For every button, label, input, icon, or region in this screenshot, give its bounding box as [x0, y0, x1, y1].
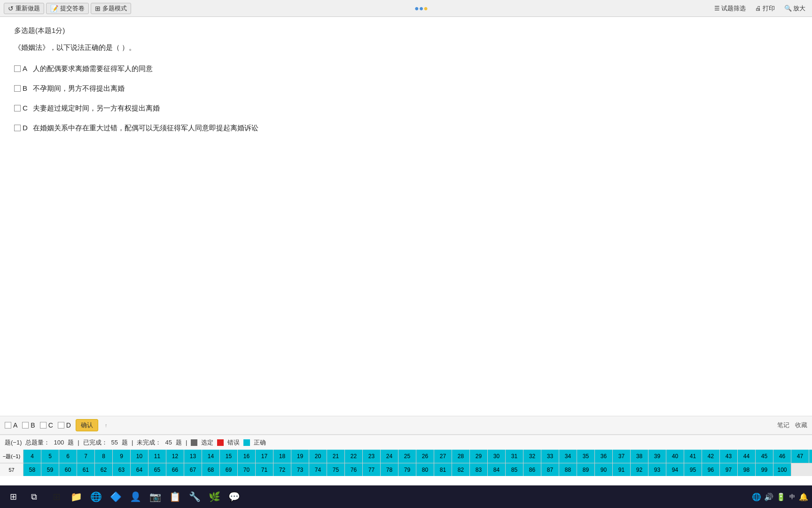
- nav-num2-88[interactable]: 88: [559, 463, 577, 476]
- nav-num-37[interactable]: 37: [613, 450, 631, 463]
- nav-num-46[interactable]: 46: [773, 450, 791, 463]
- nav-num-34[interactable]: 34: [559, 450, 577, 463]
- nav-num-33[interactable]: 33: [541, 450, 559, 463]
- nav-num2-99[interactable]: 99: [756, 463, 773, 476]
- nav-num-44[interactable]: 44: [738, 450, 756, 463]
- nav-num2-78[interactable]: 78: [381, 463, 398, 476]
- nav-num2-69[interactable]: 69: [220, 463, 238, 476]
- nav-num2-67[interactable]: 67: [184, 463, 202, 476]
- nav-num-28[interactable]: 28: [452, 450, 470, 463]
- nav-num-43[interactable]: 43: [720, 450, 738, 463]
- nav-num2-73[interactable]: 73: [291, 463, 309, 476]
- nav-num-14[interactable]: 14: [202, 450, 220, 463]
- nav-num-22[interactable]: 22: [345, 450, 363, 463]
- nav-num-11[interactable]: 11: [148, 450, 166, 463]
- nav-num2-71[interactable]: 71: [256, 463, 273, 476]
- option-a[interactable]: A 人的配偶要求离婚需要征得军人的同意: [14, 63, 798, 74]
- nav-num2-65[interactable]: 65: [148, 463, 166, 476]
- taskbar-app-1[interactable]: 📁: [67, 488, 86, 505]
- nav-num-6[interactable]: 6: [59, 450, 77, 463]
- answer-checkbox-a[interactable]: [5, 422, 11, 429]
- nav-num2-87[interactable]: 87: [541, 463, 559, 476]
- taskbar-app-8[interactable]: 🌿: [205, 488, 224, 505]
- nav-num-39[interactable]: 39: [648, 450, 666, 463]
- nav-num-40[interactable]: 40: [666, 450, 684, 463]
- nav-num-16[interactable]: 16: [238, 450, 256, 463]
- nav-num-48[interactable]: 48: [809, 450, 812, 463]
- nav-num2-63[interactable]: 63: [113, 463, 131, 476]
- answer-checkbox-c[interactable]: [40, 422, 47, 429]
- nav-num-32[interactable]: 32: [523, 450, 541, 463]
- nav-num2-93[interactable]: 93: [648, 463, 666, 476]
- nav-num2-83[interactable]: 83: [470, 463, 488, 476]
- nav-num-12[interactable]: 12: [166, 450, 184, 463]
- nav-num-19[interactable]: 19: [291, 450, 309, 463]
- nav-num-45[interactable]: 45: [756, 450, 773, 463]
- nav-num-29[interactable]: 29: [470, 450, 488, 463]
- taskbar-app-0[interactable]: ⊞: [47, 488, 66, 505]
- nav-num2-64[interactable]: 64: [131, 463, 148, 476]
- nav-num2-66[interactable]: 66: [166, 463, 184, 476]
- checkbox-a[interactable]: [14, 65, 21, 72]
- nav-num2-98[interactable]: 98: [738, 463, 756, 476]
- nav-num-31[interactable]: 31: [506, 450, 523, 463]
- checkbox-b[interactable]: [14, 85, 21, 92]
- nav-num2-97[interactable]: 97: [720, 463, 738, 476]
- nav-num-30[interactable]: 30: [488, 450, 506, 463]
- nav-num-9[interactable]: 9: [113, 450, 131, 463]
- nav-num2-61[interactable]: 61: [77, 463, 95, 476]
- nav-num2-96[interactable]: 96: [702, 463, 720, 476]
- nav-num2-84[interactable]: 84: [488, 463, 506, 476]
- nav-num-18[interactable]: 18: [273, 450, 291, 463]
- nav-num2-79[interactable]: 79: [398, 463, 416, 476]
- nav-num-25[interactable]: 25: [398, 450, 416, 463]
- submit-btn[interactable]: 📝 提交答卷: [46, 3, 89, 14]
- nav-num-13[interactable]: 13: [184, 450, 202, 463]
- nav-num2-68[interactable]: 68: [202, 463, 220, 476]
- nav-num-10[interactable]: 10: [131, 450, 148, 463]
- nav-num2-75[interactable]: 75: [327, 463, 345, 476]
- collect-button[interactable]: 收藏: [795, 421, 807, 429]
- nav-num2-94[interactable]: 94: [666, 463, 684, 476]
- nav-num-5[interactable]: 5: [41, 450, 59, 463]
- nav-num-36[interactable]: 36: [595, 450, 613, 463]
- nav-num-7[interactable]: 7: [77, 450, 95, 463]
- confirm-button[interactable]: 确认: [76, 419, 98, 431]
- nav-num-24[interactable]: 24: [381, 450, 398, 463]
- option-b[interactable]: B 不孕期间，男方不得提出离婚: [14, 83, 798, 94]
- nav-num2-95[interactable]: 95: [684, 463, 702, 476]
- notification-icon[interactable]: 🔔: [799, 492, 808, 501]
- task-view-btn[interactable]: ⧉: [24, 488, 43, 505]
- nav-num2-81[interactable]: 81: [434, 463, 452, 476]
- note-button[interactable]: 笔记: [777, 421, 789, 429]
- nav-num2-76[interactable]: 76: [345, 463, 363, 476]
- answer-option-d[interactable]: D: [58, 421, 71, 429]
- nav-num-17[interactable]: 17: [256, 450, 273, 463]
- nav-num2-86[interactable]: 86: [523, 463, 541, 476]
- answer-option-c[interactable]: C: [40, 421, 53, 429]
- multi-mode-btn[interactable]: ⊞ 多题模式: [91, 3, 131, 14]
- nav-num-21[interactable]: 21: [327, 450, 345, 463]
- nav-num-42[interactable]: 42: [702, 450, 720, 463]
- nav-num-4[interactable]: 4: [23, 450, 41, 463]
- answer-option-a[interactable]: A: [5, 421, 17, 429]
- nav-num2-58[interactable]: 58: [23, 463, 41, 476]
- nav-num-20[interactable]: 20: [309, 450, 327, 463]
- nav-num2-82[interactable]: 82: [452, 463, 470, 476]
- taskbar-app-7[interactable]: 🔧: [185, 488, 204, 505]
- nav-num-23[interactable]: 23: [363, 450, 381, 463]
- taskbar-app-4[interactable]: 👤: [126, 488, 145, 505]
- zoom-btn[interactable]: 🔍 放大: [781, 3, 808, 14]
- nav-num2-89[interactable]: 89: [577, 463, 595, 476]
- answer-checkbox-b[interactable]: [22, 422, 29, 429]
- nav-num-8[interactable]: 8: [95, 450, 113, 463]
- answer-checkbox-d[interactable]: [58, 422, 64, 429]
- nav-num-47[interactable]: 47: [791, 450, 809, 463]
- nav-num-26[interactable]: 26: [416, 450, 434, 463]
- nav-num2-90[interactable]: 90: [595, 463, 613, 476]
- taskbar-app-3[interactable]: 🔷: [106, 488, 125, 505]
- nav-num2-100[interactable]: 100: [773, 463, 791, 476]
- taskbar-app-2[interactable]: 🌐: [86, 488, 105, 505]
- nav-num2-91[interactable]: 91: [613, 463, 631, 476]
- nav-num-27[interactable]: 27: [434, 450, 452, 463]
